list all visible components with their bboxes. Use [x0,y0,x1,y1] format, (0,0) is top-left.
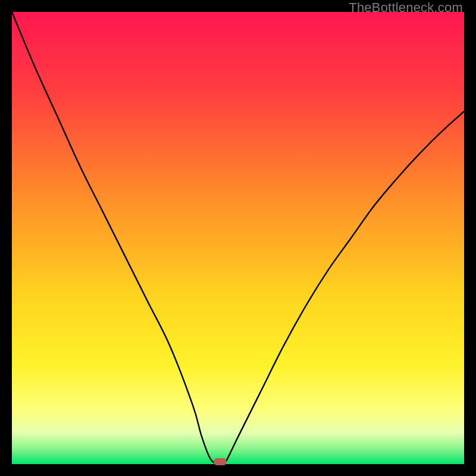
bottleneck-curve [12,12,464,464]
watermark: TheBottleneck.com [349,0,463,15]
optimal-point-marker [214,458,227,465]
chart-frame [12,12,464,464]
curve-path [12,12,464,464]
